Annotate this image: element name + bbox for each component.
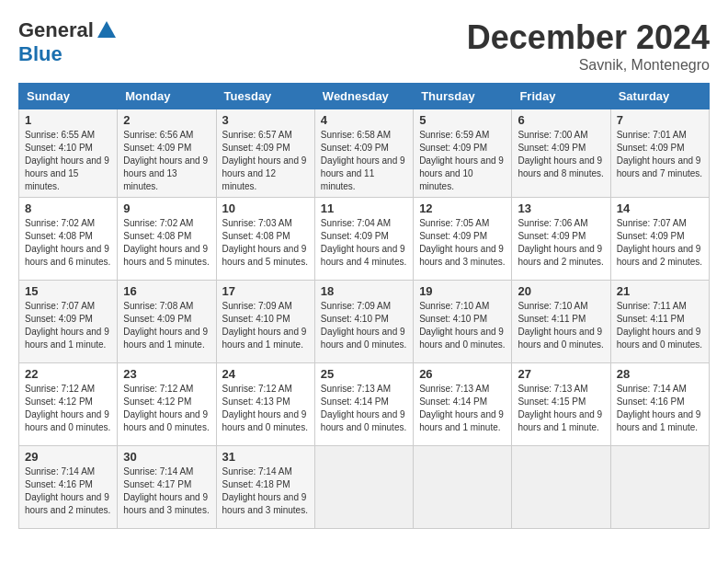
logo-blue: Blue [18,42,63,66]
weekday-header-monday: Monday [118,84,216,109]
day-cell: 1Sunrise: 6:55 AMSunset: 4:10 PMDaylight… [19,109,118,198]
day-cell: 14Sunrise: 7:07 AMSunset: 4:09 PMDayligh… [610,198,709,281]
day-number: 26 [419,367,506,381]
day-info: Sunrise: 7:05 AMSunset: 4:09 PMDaylight … [419,217,506,269]
day-info: Sunrise: 7:02 AMSunset: 4:08 PMDaylight … [25,217,111,269]
day-number: 9 [123,201,210,215]
day-info: Sunrise: 6:56 AMSunset: 4:09 PMDaylight … [123,129,210,193]
day-info: Sunrise: 7:01 AMSunset: 4:09 PMDaylight … [617,129,703,180]
day-cell: 23Sunrise: 7:12 AMSunset: 4:12 PMDayligh… [118,363,216,446]
day-cell [314,446,413,529]
weekday-header-sunday: Sunday [19,84,118,109]
day-cell: 18Sunrise: 7:09 AMSunset: 4:10 PMDayligh… [314,281,413,363]
day-cell: 28Sunrise: 7:14 AMSunset: 4:16 PMDayligh… [610,363,709,446]
day-cell: 19Sunrise: 7:10 AMSunset: 4:10 PMDayligh… [414,281,512,363]
day-cell: 8Sunrise: 7:02 AMSunset: 4:08 PMDaylight… [19,198,118,281]
day-number: 16 [123,284,210,298]
day-info: Sunrise: 7:12 AMSunset: 4:13 PMDaylight … [222,383,309,434]
weekday-header-tuesday: Tuesday [216,84,314,109]
day-number: 25 [321,367,407,381]
day-info: Sunrise: 7:09 AMSunset: 4:10 PMDaylight … [321,300,407,351]
day-info: Sunrise: 7:13 AMSunset: 4:14 PMDaylight … [419,383,506,434]
title-block: December 2024 Savnik, Montenegro [467,18,710,74]
day-info: Sunrise: 7:10 AMSunset: 4:10 PMDaylight … [419,300,506,351]
day-cell: 22Sunrise: 7:12 AMSunset: 4:12 PMDayligh… [19,363,118,446]
day-info: Sunrise: 7:09 AMSunset: 4:10 PMDaylight … [222,300,309,351]
day-info: Sunrise: 7:12 AMSunset: 4:12 PMDaylight … [25,383,111,434]
day-number: 4 [321,113,407,127]
day-info: Sunrise: 6:58 AMSunset: 4:09 PMDaylight … [321,129,407,193]
day-cell: 7Sunrise: 7:01 AMSunset: 4:09 PMDaylight… [610,109,709,198]
day-cell [414,446,512,529]
month-title: December 2024 [467,18,710,57]
logo-general: General [18,18,94,42]
weekday-header-row: SundayMondayTuesdayWednesdayThursdayFrid… [19,84,710,109]
day-info: Sunrise: 7:13 AMSunset: 4:15 PMDaylight … [518,383,604,434]
day-cell: 20Sunrise: 7:10 AMSunset: 4:11 PMDayligh… [512,281,610,363]
day-cell: 27Sunrise: 7:13 AMSunset: 4:15 PMDayligh… [512,363,610,446]
day-info: Sunrise: 7:11 AMSunset: 4:11 PMDaylight … [617,300,703,351]
weekday-header-friday: Friday [512,84,610,109]
weekday-header-saturday: Saturday [610,84,709,109]
day-info: Sunrise: 7:10 AMSunset: 4:11 PMDaylight … [518,300,604,351]
day-cell: 5Sunrise: 6:59 AMSunset: 4:09 PMDaylight… [414,109,512,198]
day-number: 27 [518,367,604,381]
day-number: 24 [222,367,309,381]
day-info: Sunrise: 7:07 AMSunset: 4:09 PMDaylight … [25,300,111,351]
day-cell: 9Sunrise: 7:02 AMSunset: 4:08 PMDaylight… [118,198,216,281]
day-info: Sunrise: 7:14 AMSunset: 4:18 PMDaylight … [222,465,309,517]
day-info: Sunrise: 7:14 AMSunset: 4:16 PMDaylight … [617,383,703,434]
day-number: 21 [617,284,703,298]
day-number: 1 [25,113,111,127]
location-title: Savnik, Montenegro [467,57,710,74]
day-cell: 11Sunrise: 7:04 AMSunset: 4:09 PMDayligh… [314,198,413,281]
day-number: 12 [419,201,506,215]
day-info: Sunrise: 7:06 AMSunset: 4:09 PMDaylight … [518,217,604,269]
day-number: 13 [518,201,604,215]
day-number: 8 [25,201,111,215]
day-info: Sunrise: 6:55 AMSunset: 4:10 PMDaylight … [25,129,111,193]
day-number: 18 [321,284,407,298]
week-row-3: 15Sunrise: 7:07 AMSunset: 4:09 PMDayligh… [19,281,710,363]
day-cell: 13Sunrise: 7:06 AMSunset: 4:09 PMDayligh… [512,198,610,281]
day-cell: 26Sunrise: 7:13 AMSunset: 4:14 PMDayligh… [414,363,512,446]
day-number: 23 [123,367,210,381]
day-number: 3 [222,113,309,127]
day-cell: 10Sunrise: 7:03 AMSunset: 4:08 PMDayligh… [216,198,314,281]
day-number: 10 [222,201,309,215]
day-cell: 4Sunrise: 6:58 AMSunset: 4:09 PMDaylight… [314,109,413,198]
day-cell: 16Sunrise: 7:08 AMSunset: 4:09 PMDayligh… [118,281,216,363]
logo-icon [96,19,118,41]
day-number: 30 [123,450,210,464]
day-number: 2 [123,113,210,127]
day-info: Sunrise: 7:02 AMSunset: 4:08 PMDaylight … [123,217,210,269]
week-row-2: 8Sunrise: 7:02 AMSunset: 4:08 PMDaylight… [19,198,710,281]
day-cell: 24Sunrise: 7:12 AMSunset: 4:13 PMDayligh… [216,363,314,446]
day-number: 15 [25,284,111,298]
day-number: 7 [617,113,703,127]
day-number: 29 [25,450,111,464]
day-number: 22 [25,367,111,381]
day-info: Sunrise: 7:07 AMSunset: 4:09 PMDaylight … [617,217,703,269]
day-number: 14 [617,201,703,215]
week-row-5: 29Sunrise: 7:14 AMSunset: 4:16 PMDayligh… [19,446,710,529]
week-row-4: 22Sunrise: 7:12 AMSunset: 4:12 PMDayligh… [19,363,710,446]
day-cell: 15Sunrise: 7:07 AMSunset: 4:09 PMDayligh… [19,281,118,363]
logo: General Blue [18,18,118,66]
page-header: General Blue December 2024 Savnik, Monte… [18,18,710,74]
day-number: 6 [518,113,604,127]
day-info: Sunrise: 7:13 AMSunset: 4:14 PMDaylight … [321,383,407,434]
day-cell [512,446,610,529]
calendar-table: SundayMondayTuesdayWednesdayThursdayFrid… [18,83,710,529]
day-info: Sunrise: 7:08 AMSunset: 4:09 PMDaylight … [123,300,210,351]
day-info: Sunrise: 7:04 AMSunset: 4:09 PMDaylight … [321,217,407,269]
weekday-header-wednesday: Wednesday [314,84,413,109]
day-number: 11 [321,201,407,215]
day-cell: 25Sunrise: 7:13 AMSunset: 4:14 PMDayligh… [314,363,413,446]
day-cell: 29Sunrise: 7:14 AMSunset: 4:16 PMDayligh… [19,446,118,529]
day-number: 28 [617,367,703,381]
day-info: Sunrise: 7:14 AMSunset: 4:17 PMDaylight … [123,465,210,517]
day-number: 5 [419,113,506,127]
day-cell: 3Sunrise: 6:57 AMSunset: 4:09 PMDaylight… [216,109,314,198]
day-info: Sunrise: 6:57 AMSunset: 4:09 PMDaylight … [222,129,309,193]
